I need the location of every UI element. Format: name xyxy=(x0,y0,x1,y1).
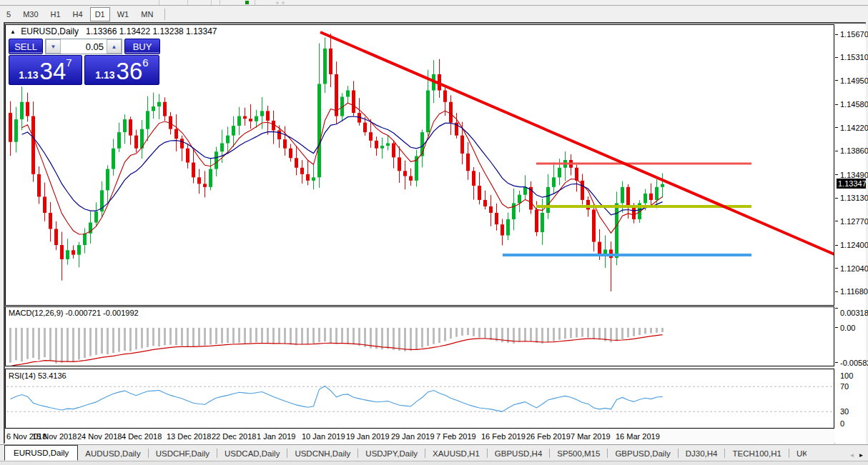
sell-price-big: 34 xyxy=(40,61,66,82)
date-axis[interactable]: 6 Nov 201815 Nov 201824 Nov 20184 Dec 20… xyxy=(5,429,834,445)
date-axis-label: 1 Jan 2019 xyxy=(257,432,295,441)
price-axis[interactable]: 1.156701.153101.149501.145801.142201.138… xyxy=(835,24,866,445)
buy-price-small: 1.13 xyxy=(95,68,114,82)
gray-indicator-icon xyxy=(282,1,285,4)
volume-increase-button[interactable]: ▲ xyxy=(107,39,122,54)
tab-scroll-left-button[interactable]: ◄ xyxy=(847,450,857,461)
chart-window: 6 Nov 201815 Nov 201824 Nov 20184 Dec 20… xyxy=(4,22,866,444)
price-axis-label: 1.13130 xyxy=(840,194,868,202)
toolbar-separator xyxy=(187,0,188,5)
macd-axis-label: 0.00 xyxy=(840,324,855,332)
timeframe-toolbar: 5M30H1H4D1W1MN xyxy=(0,6,868,22)
price-tick xyxy=(835,151,838,151)
buy-button[interactable]: BUY xyxy=(124,39,160,54)
price-tick xyxy=(835,291,838,292)
price-axis-label: 1.12040 xyxy=(840,264,868,273)
macd-label: MACD(12,26,9) -0.000721 -0.001992 xyxy=(9,309,139,317)
price-tick xyxy=(835,57,838,58)
tf-button-m30[interactable]: M30 xyxy=(18,7,43,21)
macd-axis-label: -0.005827 xyxy=(840,359,868,367)
date-axis-label: 4 Dec 2018 xyxy=(122,432,162,441)
date-axis-label: 15 Nov 2018 xyxy=(32,432,77,441)
toolbar-separator xyxy=(159,0,159,5)
volume-stepper: ▼ ▲ xyxy=(45,39,122,54)
price-tick xyxy=(835,80,838,81)
chevron-up-icon: ▲ xyxy=(112,44,117,50)
price-axis-label: 1.15670 xyxy=(840,30,868,39)
tab-dj30-h4[interactable]: DJ30,H4 xyxy=(679,446,725,461)
date-axis-label: 29 Jan 2019 xyxy=(391,432,435,441)
price-tick xyxy=(835,34,838,35)
toolbar-separator xyxy=(211,0,212,5)
date-axis-label: 13 Dec 2018 xyxy=(167,432,211,441)
tab-scroll-right-button[interactable]: ► xyxy=(857,450,866,461)
tab-audusd-daily[interactable]: AUDUSD,Daily xyxy=(78,446,147,461)
tab-uk100-h1[interactable]: UK100,H1 xyxy=(789,446,807,461)
buy-price-panel[interactable]: 1.13 36 6 xyxy=(84,55,159,85)
tab-eurusd-daily[interactable]: EURUSD,Daily xyxy=(4,445,78,461)
tab-usdchf-daily[interactable]: USDCHF,Daily xyxy=(149,446,217,461)
collapse-triangle-icon[interactable]: ▲ xyxy=(10,29,16,35)
price-axis-label: 1.15310 xyxy=(840,53,868,61)
price-tick xyxy=(835,127,838,128)
tab-scroll-arrows: ◄► xyxy=(847,450,866,461)
top-toolbar-remnant xyxy=(0,0,868,6)
tab-xauusd-h1[interactable]: XAUUSD,H1 xyxy=(425,446,487,461)
price-tick xyxy=(835,268,838,269)
rsi-axis-label: 0 xyxy=(840,419,844,428)
price-axis-label: 1.14220 xyxy=(840,124,868,132)
tf-button-w1[interactable]: W1 xyxy=(112,7,134,21)
tab-gbpusd-daily[interactable]: GBPUSD,Daily xyxy=(608,446,677,461)
toolbar-separator xyxy=(164,9,165,20)
rsi-label: RSI(14) 53.4136 xyxy=(9,371,66,380)
volume-input[interactable] xyxy=(61,39,107,54)
buy-price-big: 36 xyxy=(117,61,143,82)
tf-button-d1[interactable]: D1 xyxy=(90,7,110,21)
date-axis-label: 16 Feb 2019 xyxy=(481,432,526,441)
price-tick xyxy=(835,221,838,221)
chart-tabs-bar: EURUSD,DailyAUDUSD,DailyUSDCHF,DailyUSDC… xyxy=(0,444,868,461)
green-indicator-icon xyxy=(245,1,249,4)
volume-decrease-button[interactable]: ▼ xyxy=(46,39,61,54)
price-tick xyxy=(835,104,838,105)
status-bar xyxy=(0,461,868,465)
sell-price-panel[interactable]: 1.13 34 7 xyxy=(9,55,82,85)
chart-title-symbol: EURUSD,Daily xyxy=(21,26,79,36)
one-click-trade-widget: SELL ▼ ▲ BUY 1.13 34 7 1.13 36 6 xyxy=(9,39,160,85)
date-axis-label: 7 Mar 2019 xyxy=(571,432,611,441)
chart-title-ohlc: 1.13366 1.13422 1.13238 1.13347 xyxy=(86,26,217,36)
price-tick xyxy=(835,174,838,175)
date-axis-label: 24 Nov 2018 xyxy=(77,432,122,441)
macd-tick xyxy=(835,327,838,328)
tab-usdcad-daily[interactable]: USDCAD,Daily xyxy=(217,446,287,461)
rsi-pane[interactable] xyxy=(5,369,834,429)
tf-button-mn[interactable]: MN xyxy=(136,7,158,21)
price-axis-label: 1.12770 xyxy=(840,217,868,226)
price-axis-label: 1.14580 xyxy=(840,100,868,109)
tab-usdjpy-daily[interactable]: USDJPY,Daily xyxy=(358,446,425,461)
tab-sp500-m15[interactable]: SP500,M15 xyxy=(550,446,607,461)
macd-tick xyxy=(835,308,838,309)
tab-tech100-h1[interactable]: TECH100,H1 xyxy=(725,446,788,461)
macd-axis-label: 0.003185 xyxy=(840,309,868,317)
tf-button-h1[interactable]: H1 xyxy=(46,7,66,21)
price-axis-label: 1.11680 xyxy=(840,287,868,296)
macd-tick xyxy=(835,362,838,363)
tab-usdcnh-daily[interactable]: USDCNH,Daily xyxy=(287,446,357,461)
price-tick xyxy=(835,245,838,246)
toolbar-separator xyxy=(255,0,255,5)
tf-button-5[interactable]: 5 xyxy=(1,7,16,21)
date-axis-label: 7 Feb 2019 xyxy=(436,432,476,441)
rsi-axis-label: 30 xyxy=(840,407,849,416)
buy-price-pip: 6 xyxy=(142,57,148,68)
tf-button-h4[interactable]: H4 xyxy=(68,7,88,21)
price-axis-label: 1.13860 xyxy=(840,146,868,155)
date-axis-label: 26 Feb 2019 xyxy=(526,432,571,441)
sell-price-small: 1.13 xyxy=(19,68,38,82)
toolbar-separator xyxy=(220,0,220,5)
sell-button[interactable]: SELL xyxy=(9,39,43,54)
date-axis-label: 16 Mar 2019 xyxy=(616,432,660,441)
tab-gbpusd-h4[interactable]: GBPUSD,H4 xyxy=(488,446,549,461)
current-price-tag: 1.13347 xyxy=(837,179,866,189)
price-axis-label: 1.14950 xyxy=(840,76,868,85)
